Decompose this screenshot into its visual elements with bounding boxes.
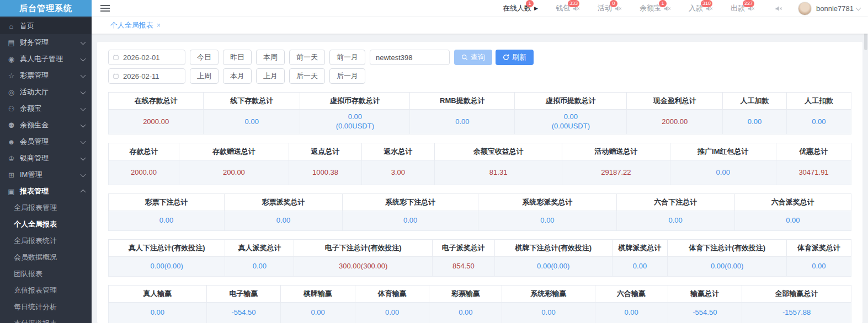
summary-table-5: 真人输赢电子输赢棋牌输赢体育输赢彩票输赢系统彩输赢六合输赢输赢总计全部输赢总计0…	[108, 285, 851, 323]
cell-value: 0.00	[204, 110, 300, 134]
quick-range-button-r2-4[interactable]: 后一月	[329, 68, 365, 84]
sidebar-item-activity-hall[interactable]: ◎活动大厅	[0, 84, 92, 100]
end-date-input[interactable]	[122, 72, 180, 81]
play-icon[interactable]: ▶	[534, 6, 538, 11]
quick-range-button-r2-0[interactable]: 上周	[190, 68, 219, 84]
cell-value: 3.00	[361, 160, 434, 185]
sidebar-item-home[interactable]: ⌂首页	[0, 18, 92, 34]
column-header: 棋牌派奖总计	[612, 240, 668, 257]
query-button-label: 查询	[471, 52, 485, 62]
cell-value: 0.00	[478, 211, 616, 231]
column-header: 存款赠送总计	[179, 143, 289, 160]
app-root: 后台管理系统 ⌂首页▤财务管理◉真人电子管理☆彩票管理◎活动大厅⚇余额宝⚉余额生…	[0, 0, 868, 323]
quick-range-button-r2-2[interactable]: 上月	[256, 68, 285, 84]
summary-table-3: 彩票下注总计彩票派奖总计系统彩下注总计系统彩派奖总计六合下注总计六合派奖总计0.…	[108, 193, 851, 231]
sidebar-item-members[interactable]: ☻会员管理	[0, 133, 92, 150]
sidebar-subitem-label: 支付渠道报表	[14, 319, 57, 323]
status-activity[interactable]: 活动0	[598, 3, 622, 13]
column-header: 电子输赢	[206, 286, 281, 303]
sidebar-subitem-personal-global-report[interactable]: 个人全局报表	[0, 216, 92, 233]
column-header: 体育下注总计(有效投注)	[668, 240, 786, 257]
column-header: 真人下注总计(有效投注)	[109, 240, 225, 257]
sidebar-subitem-global-report-mgmt[interactable]: 全局报表管理	[0, 200, 92, 216]
sidebar-subitem-label: 个人全局报表	[14, 220, 57, 228]
sidebar-subitem-label: 充值报表管理	[14, 286, 57, 294]
finance-icon: ▤	[7, 39, 15, 47]
sidebar-item-yuebao-gold[interactable]: ⚉余额生金	[0, 117, 92, 133]
status-withdrawal[interactable]: 出款227	[731, 3, 755, 13]
start-date-field[interactable]	[108, 50, 185, 65]
cell-value: 0.00	[281, 303, 355, 323]
sidebar-item-merchants[interactable]: ♔银商管理	[0, 150, 92, 166]
status-deposit[interactable]: 入款310	[689, 3, 713, 13]
cell-value: 0.00	[616, 211, 734, 231]
tab-personal-global-report[interactable]: 个人全局报表 ×	[110, 20, 161, 30]
sidebar-item-live-casino[interactable]: ◉真人电子管理	[0, 51, 92, 67]
user-menu[interactable]: bonnie7781	[798, 2, 860, 15]
status-wallet[interactable]: 钱包333	[556, 3, 580, 13]
quick-range-button-r1-1[interactable]: 昨日	[223, 50, 252, 65]
sidebar-subitem-global-report-stats[interactable]: 全局报表统计	[0, 233, 92, 249]
column-header: 推广IM红包总计	[670, 143, 776, 160]
start-date-input[interactable]	[122, 53, 180, 62]
sidebar-item-finance[interactable]: ▤财务管理	[0, 34, 92, 51]
refresh-button[interactable]: 刷新	[496, 50, 534, 65]
quick-buttons-row2: 上周本月上月后一天后一月	[190, 68, 370, 84]
report-icon: ▣	[7, 187, 15, 196]
sidebar-item-im[interactable]: ⊞IM管理	[0, 166, 92, 183]
column-header: 彩票输赢	[429, 286, 502, 303]
sidebar-subitem-label: 全局报表统计	[14, 236, 57, 245]
sidebar-subitem-team-report[interactable]: 团队报表	[0, 266, 92, 282]
sidebar-item-label: IM管理	[20, 170, 42, 180]
quick-range-button-r2-1[interactable]: 本月	[223, 68, 252, 84]
status-online-count[interactable]: 在线人数1▶	[503, 3, 538, 13]
column-header: 真人派奖总计	[225, 240, 294, 257]
cell-value: 0.00(0.00USDT)	[515, 110, 627, 134]
sidebar-item-label: 报表管理	[20, 186, 49, 196]
cell-value: 30471.91	[776, 160, 851, 185]
column-header: 全部输赢总计	[742, 286, 851, 303]
status-badge: 1	[526, 0, 534, 7]
sidebar-item-label: 会员管理	[20, 137, 49, 147]
username-filter-input[interactable]	[370, 50, 450, 65]
chevron-down-icon	[81, 39, 86, 45]
column-header: 优惠总计	[776, 143, 851, 160]
query-button[interactable]: 查询	[454, 50, 492, 65]
sidebar-subitem-label: 会员数据概况	[14, 253, 57, 261]
sidebar-item-reports[interactable]: ▣报表管理	[0, 183, 92, 200]
cell-value: 2000.00	[109, 110, 204, 134]
sidebar-subitem-daily-stats-analysis[interactable]: 每日统计分析	[0, 299, 92, 315]
sidebar-subitem-member-data-overview[interactable]: 会员数据概况	[0, 249, 92, 266]
sidebar-subitem-payment-channel-report[interactable]: 支付渠道报表	[0, 315, 92, 323]
sidebar-item-label: 余额宝	[20, 104, 41, 114]
mute-icon[interactable]	[775, 6, 782, 12]
cell-value: 0.00	[502, 303, 595, 323]
merchant-icon: ♔	[7, 154, 15, 163]
chevron-down-icon	[81, 122, 86, 127]
quick-range-button-r1-3[interactable]: 前一天	[289, 50, 325, 65]
column-header: RMB提款总计	[410, 93, 515, 110]
sidebar-item-label: 财务管理	[20, 37, 49, 47]
sidebar: 后台管理系统 ⌂首页▤财务管理◉真人电子管理☆彩票管理◎活动大厅⚇余额宝⚉余额生…	[0, 0, 92, 323]
chevron-down-icon	[81, 155, 86, 160]
status-yuebao[interactable]: 余额宝1	[640, 3, 671, 13]
status-sound[interactable]	[773, 6, 782, 12]
tab-close-icon[interactable]: ×	[157, 21, 161, 29]
quick-range-button-r1-4[interactable]: 前一月	[329, 50, 365, 65]
quick-range-button-r1-2[interactable]: 本周	[256, 50, 285, 65]
chevron-down-icon	[81, 89, 86, 94]
status-badge: 0	[610, 0, 617, 7]
menu-toggle-icon[interactable]	[100, 5, 110, 12]
sidebar-item-yuebao[interactable]: ⚇余额宝	[0, 100, 92, 117]
sidebar-item-lottery[interactable]: ☆彩票管理	[0, 67, 92, 84]
quick-range-button-r2-3[interactable]: 后一天	[289, 68, 325, 84]
chevron-down-icon	[856, 5, 861, 10]
sidebar-menu: ⌂首页▤财务管理◉真人电子管理☆彩票管理◎活动大厅⚇余额宝⚉余额生金☻会员管理♔…	[0, 17, 92, 323]
cell-value: 0.00	[595, 303, 668, 323]
cell-value: 2000.00	[109, 160, 179, 185]
end-date-field[interactable]	[108, 68, 185, 84]
cell-value: 0.00	[723, 110, 787, 134]
avatar[interactable]	[798, 2, 812, 15]
sidebar-subitem-recharge-report-mgmt[interactable]: 充值报表管理	[0, 282, 92, 299]
quick-range-button-r1-0[interactable]: 今日	[190, 50, 219, 65]
